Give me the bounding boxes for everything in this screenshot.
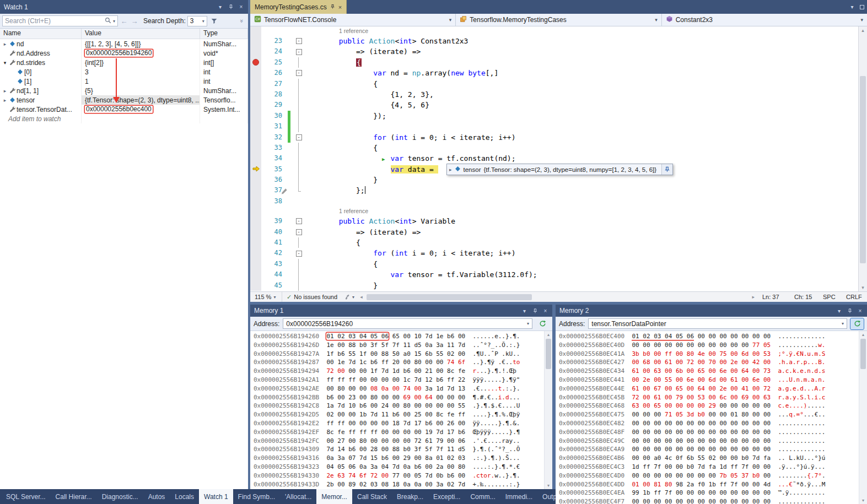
outlining-margin[interactable] [293,143,304,153]
memory-row[interactable]: 0x000002556B0EC475 00 00 00 71 05 3d b0 … [559,410,859,419]
code-text[interactable]: { [304,259,858,269]
breakpoint-margin[interactable] [250,216,261,226]
memory-row[interactable]: 0x000002556B0EC48F 00 00 00 00 00 00 00 … [559,428,859,437]
column-header-value[interactable]: Value [82,29,200,39]
watch-row[interactable]: ▸nd{[[1, 2, 3], [4, 5, 6]]}NumShar... [0,39,248,48]
breakpoint-margin[interactable] [250,227,261,237]
code-text[interactable]: }; [304,185,858,196]
memory-row[interactable]: 0x000002556B194294 72 00 00 00 1f 7d 1d … [254,367,544,376]
memory-row[interactable]: 0x000002556B0EC434 61 00 63 00 6b 00 65 … [559,367,859,376]
memory-row[interactable]: 0x000002556B1942EF 8c fe ff ff ff 00 00 … [254,428,544,437]
breakpoint-margin[interactable] [250,121,261,132]
search-input[interactable]: Search (Ctrl+E) ▾ [2,15,118,26]
watch-name-cell[interactable]: nd.Address [0,48,82,58]
pin-icon[interactable] [530,306,540,315]
scroll-down-icon[interactable]: ▾ [859,285,867,290]
tool-window-tab[interactable]: Find Symb... [233,489,280,504]
code-text[interactable]: for (int i = 0; i < iterate; i++) [304,248,858,258]
outlining-margin[interactable] [293,196,304,207]
memory-2-grid[interactable]: 0x000002556B0EC400 01 02 03 04 05 06 00 … [556,331,859,504]
breakpoint-icon[interactable] [252,59,259,66]
breakpoint-margin[interactable] [250,79,261,89]
breakpoint-margin[interactable] [250,89,261,100]
watch-value-cell[interactable]: {[[1, 2, 3], [4, 5, 6]]} [82,39,200,48]
memory-row[interactable]: 0x000002556B0EC468 63 00 65 00 00 00 00 … [559,402,859,410]
tool-window-tab[interactable]: Comm... [465,489,500,504]
breakpoint-margin[interactable] [250,164,261,175]
outline-collapse-icon[interactable]: - [296,251,302,257]
pin-icon[interactable] [845,306,854,315]
address-input[interactable]: 0x000002556B194260 ▾ [283,318,532,329]
breakpoint-margin[interactable] [250,269,261,280]
editor-vertical-scrollbar[interactable]: ▴ ▾ [858,26,867,291]
watch-name-cell[interactable]: ▸tensor [0,95,82,105]
code-text[interactable]: { [304,79,858,89]
memory-row[interactable]: 0x000002556B194330 2e 63 74 6f 72 00 77 … [254,472,544,480]
scroll-right-icon[interactable]: ▸ [752,292,755,302]
memory-2-scrollbar[interactable]: ▴ ▾ [859,331,867,504]
memory-row[interactable]: 0x000002556B1942E2 ff ff 00 00 00 00 18 … [254,419,544,428]
memory-row[interactable]: 0x000002556B0EC4EA 99 1b ff 7f 00 00 00 … [559,489,859,497]
search-depth-select[interactable]: 3 ▾ [187,16,207,26]
breakpoint-margin[interactable] [250,100,261,110]
code-text[interactable]: } [304,175,858,185]
outlining-margin[interactable] [293,89,304,100]
code-text[interactable]: public Action<int> Constant2x3 [304,36,858,46]
memory-row[interactable]: 0x000002556B1942D5 02 00 00 1b 7d 11 b6 … [254,410,544,419]
pin-icon[interactable] [330,4,335,10]
scrollbar-thumb[interactable] [860,339,866,369]
memory-1-grid[interactable]: 0x000002556B194260 01 02 03 04 05 06 65 … [250,331,544,489]
memory-row[interactable]: 0x000002556B0EC40D 00 00 00 00 00 00 00 … [559,341,859,350]
scrollbar-thumb[interactable] [367,294,532,300]
refresh-icon[interactable] [536,318,549,329]
method-dropdown[interactable]: Constant2x3 ▾ [662,14,867,26]
breakpoint-margin[interactable] [250,36,261,46]
code-text[interactable]: ▶var tensor = tf.constant(nd); [304,153,858,164]
memory-row[interactable]: 0x000002556B0EC4F7 00 00 00 00 00 00 00 … [559,497,859,504]
breakpoint-margin[interactable] [250,280,261,291]
watch-name-cell[interactable]: [0] [0,67,82,77]
scrollbar-thumb[interactable] [860,76,866,263]
issues-indicator[interactable]: ✓ No issues found [282,294,342,301]
expand-icon[interactable]: ▸ [449,167,452,172]
memory-row[interactable]: 0x000002556B194309 7d 14 b6 00 28 00 88 … [254,445,544,454]
outlining-margin[interactable]: - [293,36,304,46]
memory-row[interactable]: 0x000002556B19426D 1e 00 88 b0 3f 5f 7f … [254,341,544,350]
search-options-icon[interactable]: ▾ [113,19,115,24]
memory-row[interactable]: 0x000002556B0EC441 00 2e 00 55 00 6e 00 … [559,376,859,384]
memory-1-scrollbar[interactable]: ▴ ▾ [544,331,552,489]
code-text[interactable]: {1, 2, 3}, [304,89,858,100]
outlining-margin[interactable]: - [293,248,304,258]
scrollbar-thumb[interactable] [546,339,551,369]
tool-window-tab[interactable]: Memor... [316,489,352,504]
memory-row[interactable]: 0x000002556B0EC45B 72 00 61 00 79 00 53 … [559,393,859,402]
code-text[interactable]: { [304,143,858,153]
memory-row[interactable]: 0x000002556B0EC4B6 00 00 a0 4c 0f 6b 55 … [559,454,859,463]
code-text[interactable]: }); [304,111,858,121]
breakpoint-margin[interactable] [250,111,261,121]
tool-window-tab[interactable]: Call Stack [352,489,392,504]
scroll-up-icon[interactable]: ▴ [859,28,867,33]
editor-horizontal-scrollbar[interactable]: ◂ ▸ [358,292,757,302]
outline-collapse-icon[interactable]: - [296,134,302,140]
memory-row[interactable]: 0x000002556B0EC427 00 68 00 61 00 72 00 … [559,358,859,367]
outlining-margin[interactable]: - [293,216,304,226]
breakpoint-margin[interactable] [250,143,261,153]
run-to-here-icon[interactable]: ▶ [382,154,391,164]
memory-row[interactable]: 0x000002556B194260 01 02 03 04 05 06 65 … [254,332,544,341]
window-menu-icon[interactable]: ▾ [216,3,225,12]
column-header-name[interactable]: Name [0,29,82,39]
tool-window-tab[interactable]: Locals [170,489,199,504]
chevron-down-icon[interactable]: ▾ [527,321,529,326]
tool-window-tab[interactable]: Excepti... [428,489,465,504]
code-area[interactable]: 1 reference23- public Action<int> Consta… [250,26,858,291]
watch-value-cell[interactable]: 0x000002556b0ec400 [82,105,200,114]
memory-row[interactable]: 0x000002556B1942FC 00 27 00 80 00 00 00 … [254,437,544,446]
breakpoint-margin[interactable] [250,196,261,207]
scroll-left-icon[interactable]: ◂ [360,292,363,302]
memory-row[interactable]: 0x000002556B19427A 1f b6 55 1f 00 88 50 … [254,350,544,359]
outlining-margin[interactable] [293,100,304,110]
outlining-margin[interactable] [293,111,304,121]
status-spaces[interactable]: SPC [817,294,841,300]
breakpoint-margin[interactable] [250,248,261,258]
